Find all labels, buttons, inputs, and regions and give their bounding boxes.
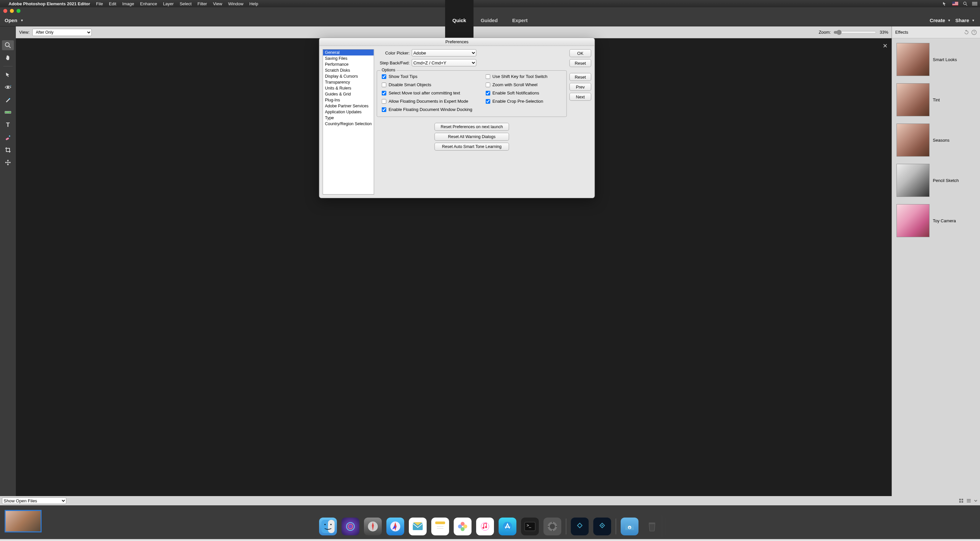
pref-category-list[interactable]: General Saving Files Performance Scratch…	[323, 49, 374, 195]
pref-cat-performance[interactable]: Performance	[323, 61, 374, 67]
bin-filter-select[interactable]: Show Open Files	[2, 497, 66, 504]
dock-mail[interactable]	[409, 517, 426, 535]
pref-cat-units[interactable]: Units & Rulers	[323, 85, 374, 91]
crop-tool[interactable]	[2, 145, 14, 155]
reset-effects-icon[interactable]	[964, 30, 969, 35]
dock-notes[interactable]	[431, 517, 449, 535]
dock-finder[interactable]	[319, 517, 337, 535]
pref-cat-type[interactable]: Type	[323, 115, 374, 121]
checkbox-input[interactable]	[382, 107, 387, 112]
menu-select[interactable]: Select	[180, 1, 191, 6]
spot-heal-tool[interactable]	[2, 132, 14, 142]
quick-select-tool[interactable]	[2, 70, 14, 80]
option-checkbox[interactable]: Enable Floating Document Window Docking	[382, 107, 473, 112]
zoom-window-button[interactable]	[16, 9, 21, 13]
pref-cat-display[interactable]: Display & Cursors	[323, 73, 374, 79]
dock-music[interactable]	[476, 517, 494, 535]
option-checkbox[interactable]: Enable Soft Notifications	[485, 91, 547, 96]
close-window-button[interactable]	[3, 9, 7, 13]
pref-cat-partner[interactable]: Adobe Partner Services	[323, 103, 374, 109]
pref-cat-general[interactable]: General	[323, 49, 374, 56]
hand-tool[interactable]	[2, 53, 14, 63]
reset2-button[interactable]: Reset	[570, 73, 591, 81]
effect-item[interactable]: Tint	[897, 83, 975, 116]
dock-terminal[interactable]: >_	[521, 517, 539, 535]
effects-list[interactable]: Smart Looks Tint Seasons Pencil Sketch T…	[892, 38, 980, 242]
option-checkbox[interactable]: Use Shift Key for Tool Switch	[485, 74, 547, 79]
reset-warnings-button[interactable]: Reset All Warning Dialogs	[434, 133, 509, 141]
option-checkbox[interactable]: Select Move tool after committing text	[382, 91, 473, 96]
pref-cat-country[interactable]: Country/Region Selection	[323, 121, 374, 127]
menu-image[interactable]: Image	[122, 1, 134, 6]
checkbox-input[interactable]	[485, 74, 490, 79]
straighten-tool[interactable]	[2, 107, 14, 117]
share-button[interactable]: Share	[955, 18, 974, 23]
pref-cat-guides[interactable]: Guides & Grid	[323, 91, 374, 97]
ok-button[interactable]: OK	[570, 49, 591, 57]
dock-appstore[interactable]	[499, 517, 516, 535]
next-button[interactable]: Next	[570, 93, 591, 101]
effect-item[interactable]: Seasons	[897, 123, 975, 156]
menu-file[interactable]: File	[96, 1, 103, 6]
menu-layer[interactable]: Layer	[163, 1, 174, 6]
option-checkbox[interactable]: Zoom with Scroll Wheel	[485, 82, 547, 87]
option-checkbox[interactable]: Disable Smart Objects	[382, 82, 473, 87]
reset-prefs-launch-button[interactable]: Reset Preferences on next launch	[434, 123, 509, 131]
pref-cat-scratch[interactable]: Scratch Disks	[323, 67, 374, 73]
list-icon[interactable]	[966, 498, 971, 503]
type-tool[interactable]: T	[2, 120, 14, 130]
dock-safari[interactable]	[387, 517, 404, 535]
spotlight-icon[interactable]	[963, 1, 967, 6]
pref-cat-saving[interactable]: Saving Files	[323, 56, 374, 61]
chevron-down-icon[interactable]	[974, 499, 978, 503]
dock-pse-editor[interactable]	[593, 517, 611, 535]
checkbox-input[interactable]	[485, 91, 490, 96]
move-tool[interactable]	[2, 158, 14, 168]
checkbox-input[interactable]	[485, 83, 490, 87]
close-doc-icon[interactable]: ✕	[883, 42, 888, 49]
menu-help[interactable]: Help	[250, 1, 258, 6]
eye-tool[interactable]: +	[2, 82, 14, 92]
flag-us-icon[interactable]	[952, 2, 958, 6]
menu-enhance[interactable]: Enhance	[140, 1, 157, 6]
effect-item[interactable]: Smart Looks	[897, 43, 975, 76]
pref-cat-plugins[interactable]: Plug-Ins	[323, 97, 374, 103]
zoom-slider[interactable]	[834, 30, 877, 35]
open-button[interactable]: Open	[0, 14, 27, 26]
dock-launchpad[interactable]	[364, 517, 382, 535]
zoom-tool[interactable]	[2, 40, 14, 50]
create-button[interactable]: Create	[930, 18, 950, 23]
reset-smarttone-button[interactable]: Reset Auto Smart Tone Learning	[434, 143, 509, 151]
checkbox-input[interactable]	[485, 99, 490, 104]
checkbox-input[interactable]	[382, 83, 387, 87]
pref-cat-transparency[interactable]: Transparency	[323, 79, 374, 85]
option-checkbox[interactable]: Show Tool Tips	[382, 74, 473, 79]
dock-pse-organizer[interactable]	[571, 517, 589, 535]
checkbox-input[interactable]	[382, 99, 387, 104]
reset-button[interactable]: Reset	[570, 59, 591, 67]
dock-siri[interactable]	[342, 517, 360, 535]
menu-window[interactable]: Window	[228, 1, 243, 6]
option-checkbox[interactable]: Enable Crop Pre-Selection	[485, 99, 547, 104]
menu-edit[interactable]: Edit	[109, 1, 116, 6]
pref-cat-updates[interactable]: Application Updates	[323, 109, 374, 115]
effect-item[interactable]: Toy Camera	[897, 204, 975, 237]
color-picker-select[interactable]: Adobe	[412, 49, 476, 56]
cursor-icon[interactable]	[942, 1, 948, 6]
prev-button[interactable]: Prev	[570, 83, 591, 91]
checkbox-input[interactable]	[382, 91, 387, 96]
dock-trash[interactable]	[643, 517, 661, 535]
effect-item[interactable]: Pencil Sketch	[897, 164, 975, 197]
whiten-tool[interactable]	[2, 95, 14, 105]
option-checkbox[interactable]: Allow Floating Documents in Expert Mode	[382, 99, 473, 104]
dock-settings[interactable]	[544, 517, 561, 535]
menu-filter[interactable]: Filter	[198, 1, 207, 6]
grid-icon[interactable]	[959, 498, 964, 503]
checkbox-input[interactable]	[382, 74, 387, 79]
minimize-window-button[interactable]	[10, 9, 14, 13]
help-icon[interactable]: ?	[971, 30, 977, 35]
dock-downloads[interactable]	[620, 517, 638, 535]
view-select[interactable]: After Only	[32, 29, 92, 36]
step-select[interactable]: Cmd+Z / Cmd+Y	[412, 59, 476, 66]
menu-icon[interactable]	[972, 2, 977, 6]
